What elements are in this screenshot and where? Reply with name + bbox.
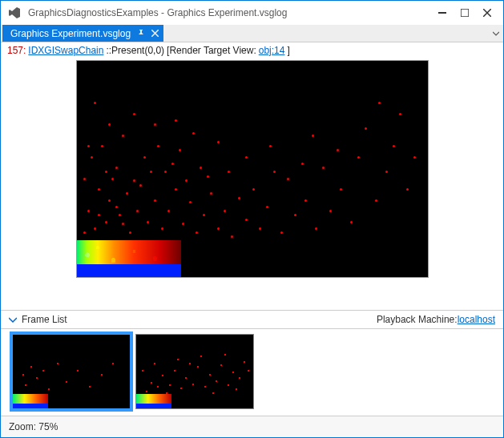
rtv-prefix: [Render Target View: [167, 45, 256, 56]
vs-logo-icon [7, 6, 22, 20]
svg-rect-0 [438, 12, 446, 14]
frame-thumbnail[interactable] [12, 334, 131, 409]
document-tab-label: Graphics Experiment.vsglog [10, 28, 131, 39]
document-tab[interactable]: Graphics Experiment.vsglog [2, 25, 163, 42]
zoom-label: Zoom: 75% [9, 421, 58, 432]
collapse-icon[interactable] [9, 315, 17, 323]
playback-machine-link[interactable]: localhost [458, 314, 495, 325]
maximize-button[interactable] [454, 5, 476, 21]
tab-overflow-icon[interactable] [489, 30, 503, 37]
rtv-suffix: ] [287, 45, 289, 56]
playback-machine-label: Playback Machine: [377, 314, 458, 325]
frame-list-header: Frame List Playback Machine: localhost [1, 310, 503, 329]
svg-rect-1 [461, 9, 469, 17]
call-number: 157: [7, 45, 26, 56]
window-titlebar: GraphicsDiagnosticsExamples - Graphics E… [1, 1, 503, 25]
frame-thumbnail-strip [1, 329, 503, 416]
tab-close-icon[interactable] [151, 30, 159, 37]
window-title: GraphicsDiagnosticsExamples - Graphics E… [28, 7, 431, 18]
frame-thumbnail[interactable] [135, 334, 254, 409]
status-bar: Zoom: 75% [1, 416, 503, 437]
render-view-area [1, 58, 503, 310]
render-target-link[interactable]: obj:14 [259, 45, 285, 56]
close-button[interactable] [476, 5, 498, 21]
method-text: ::Present(0,0) [106, 45, 164, 56]
render-target-image[interactable] [76, 60, 429, 278]
minimize-button[interactable] [431, 5, 454, 21]
interface-link[interactable]: IDXGISwapChain [28, 45, 103, 56]
frame-list-label: Frame List [22, 314, 67, 325]
draw-call-info: 157: IDXGISwapChain ::Present(0,0) [Rend… [1, 42, 503, 58]
pin-icon[interactable] [137, 30, 145, 38]
document-tab-row: Graphics Experiment.vsglog [1, 25, 503, 42]
